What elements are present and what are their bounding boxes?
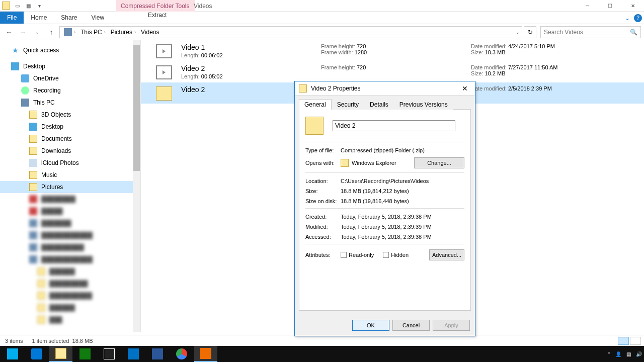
file-row-video1[interactable]: Video 1 Length: 00:06:02 Frame height: 7… xyxy=(141,40,644,61)
sidebar-item-thispc[interactable]: This PC xyxy=(0,97,140,109)
tab-general[interactable]: General xyxy=(299,99,332,110)
sidebar-item-documents[interactable]: Documents xyxy=(0,133,140,145)
created-value: Today, February 5, 2018, 2:39:38 PM xyxy=(341,214,432,220)
breadcrumb-videos[interactable]: Videos xyxy=(139,29,161,36)
sidebar-item-label: Downloads xyxy=(41,147,71,154)
apply-button[interactable]: Apply xyxy=(433,320,470,331)
recent-dropdown-icon[interactable]: ⌄ xyxy=(31,26,43,38)
tab-details[interactable]: Details xyxy=(364,99,394,110)
dialog-title: Video 2 Properties xyxy=(311,85,361,92)
dialog-titlebar[interactable]: Video 2 Properties ✕ xyxy=(295,81,475,96)
tab-view[interactable]: View xyxy=(84,12,111,24)
refresh-button[interactable]: ↻ xyxy=(524,26,536,38)
breadcrumb-expand-icon[interactable]: ⌄ xyxy=(516,30,520,35)
drive-icon xyxy=(29,231,37,239)
contextual-tab[interactable]: Compressed Folder Tools xyxy=(116,0,195,12)
drive-icon xyxy=(29,243,37,251)
breadcrumb[interactable]: › This PC› Pictures› Videos ⌄ xyxy=(59,26,522,38)
taskbar-store[interactable] xyxy=(98,346,121,362)
sidebar-item-onedrive[interactable]: OneDrive xyxy=(0,72,140,84)
tray-people-icon[interactable]: 👤 xyxy=(615,351,621,357)
readonly-checkbox[interactable]: Read-only xyxy=(341,252,374,258)
tab-security[interactable]: Security xyxy=(332,99,364,110)
breadcrumb-pictures[interactable]: Pictures› xyxy=(109,29,138,36)
sidebar-item-quickaccess[interactable]: ★ Quick access xyxy=(0,44,140,56)
back-button[interactable]: ← xyxy=(3,26,15,38)
sidebar-item-blurred[interactable]: ███████ xyxy=(0,217,140,229)
up-button[interactable]: ↑ xyxy=(45,26,57,38)
thumbnails-view-button[interactable] xyxy=(630,337,641,345)
folder-icon xyxy=(29,111,37,119)
filename-input[interactable] xyxy=(333,120,455,131)
taskbar-app[interactable] xyxy=(73,346,97,362)
tab-share[interactable]: Share xyxy=(54,12,84,24)
tray-up-icon[interactable]: ˄ xyxy=(608,351,610,357)
minimize-button[interactable]: ─ xyxy=(576,0,599,12)
help-icon[interactable]: ? xyxy=(634,14,642,22)
dialog-close-button[interactable]: ✕ xyxy=(455,81,475,96)
folder-icon xyxy=(29,183,37,191)
sidebar-item-blurred[interactable]: ████████████ xyxy=(0,229,140,241)
video-icon xyxy=(156,65,172,79)
ribbon-collapse-icon[interactable]: ⌄ xyxy=(625,15,630,22)
file-row-video2[interactable]: Video 2 Length: 00:05:02 Frame height: 7… xyxy=(141,61,644,82)
taskbar-explorer[interactable] xyxy=(49,346,72,362)
details-view-button[interactable] xyxy=(618,337,629,345)
folder-icon xyxy=(37,292,45,300)
sidebar-item-downloads[interactable]: Downloads xyxy=(0,145,140,157)
sidebar-item-blurred[interactable]: ███ xyxy=(0,314,140,326)
breadcrumb-thispc[interactable]: This PC› xyxy=(78,29,108,36)
status-size: 18.8 MB xyxy=(72,338,93,344)
scrollbar-thumb[interactable] xyxy=(133,45,140,171)
tab-home[interactable]: Home xyxy=(24,12,54,24)
taskbar-outlook[interactable] xyxy=(122,346,145,362)
sidebar-item-icloud[interactable]: iCloud Photos xyxy=(0,157,140,169)
tab-extract[interactable]: Extract xyxy=(141,12,174,19)
sidebar-item-3dobjects[interactable]: 3D Objects xyxy=(0,109,140,121)
sidebar-item-blurred[interactable]: ██████ xyxy=(0,265,140,278)
sidebar-item-blurred[interactable]: ████████████ xyxy=(0,253,140,265)
size-label: Size: xyxy=(305,188,341,194)
tab-file[interactable]: File xyxy=(0,12,24,24)
advanced-button[interactable]: Advanced... xyxy=(429,249,464,260)
ok-button[interactable]: OK xyxy=(352,320,389,331)
tray-network-icon[interactable]: ▤ xyxy=(626,351,631,357)
sidebar-item-pictures[interactable]: Pictures xyxy=(0,181,140,193)
nav-scrollbar[interactable] xyxy=(133,40,140,332)
tab-previous-versions[interactable]: Previous Versions xyxy=(394,99,453,110)
sidebar-item-blurred[interactable]: ██████████ xyxy=(0,290,140,302)
hidden-checkbox[interactable]: Hidden xyxy=(383,252,409,258)
status-items: 3 items xyxy=(5,338,23,344)
taskbar-camtasia[interactable] xyxy=(194,346,217,362)
navigation-pane: ★ Quick access Desktop OneDrive Recordin… xyxy=(0,40,141,332)
sidebar-item-music[interactable]: Music xyxy=(0,169,140,181)
qat-properties-icon[interactable]: ▭ xyxy=(13,2,21,10)
sidebar-item-recording[interactable]: Recording xyxy=(0,84,140,97)
sidebar-item-blurred[interactable]: █████████ xyxy=(0,278,140,290)
cancel-button[interactable]: Cancel xyxy=(392,320,430,331)
taskbar-edge[interactable] xyxy=(25,346,48,362)
sidebar-item-blurred[interactable]: ██████ xyxy=(0,302,140,314)
folder-icon xyxy=(29,171,37,179)
qat-newfolder-icon[interactable]: ▦ xyxy=(24,2,32,10)
sidebar-item-blurred[interactable]: █████ xyxy=(0,205,140,217)
maximize-button[interactable]: ☐ xyxy=(599,0,621,12)
taskbar-chrome[interactable] xyxy=(170,346,193,362)
tray-volume-icon[interactable]: 🔊 xyxy=(636,351,642,357)
sidebar-item-desktop2[interactable]: Desktop xyxy=(0,121,140,133)
search-icon: 🔍 xyxy=(630,29,637,36)
system-tray[interactable]: ˄ 👤 ▤ 🔊 xyxy=(608,346,642,362)
opens-with-label: Opens with: xyxy=(305,160,341,166)
close-button[interactable]: ✕ xyxy=(621,0,644,12)
titlebar: ▭ ▦ ▾ Compressed Folder Tools Videos ─ ☐… xyxy=(0,0,644,12)
size-value: 18.8 MB (19,814,212 bytes) xyxy=(341,188,409,194)
search-input[interactable]: Search Videos 🔍 xyxy=(540,26,641,38)
sidebar-item-blurred[interactable]: ██████████ xyxy=(0,241,140,253)
start-button[interactable] xyxy=(1,346,24,362)
change-button[interactable]: Change... xyxy=(414,157,464,168)
qat-dropdown-icon[interactable]: ▾ xyxy=(35,2,43,10)
forward-button[interactable]: → xyxy=(17,26,29,38)
sidebar-item-desktop[interactable]: Desktop xyxy=(0,60,140,72)
sidebar-item-blurred[interactable]: ████████ xyxy=(0,193,140,205)
taskbar-word[interactable] xyxy=(146,346,169,362)
